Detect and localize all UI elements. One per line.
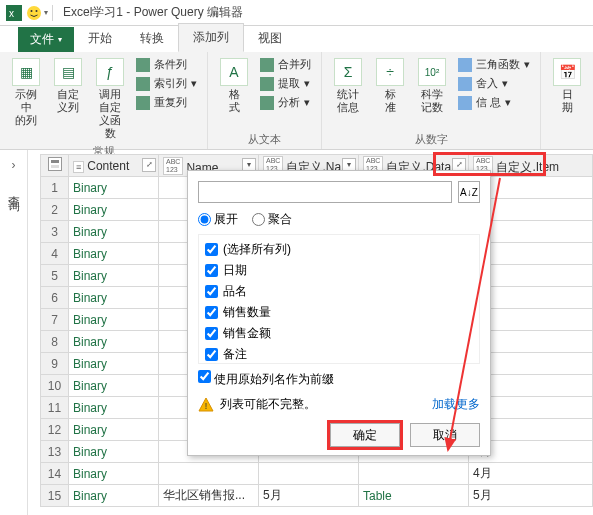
cell-content[interactable]: Binary <box>69 419 159 441</box>
extract-button[interactable]: 提取 ▾ <box>258 75 313 92</box>
row-number[interactable]: 11 <box>41 397 69 419</box>
row-number[interactable]: 13 <box>41 441 69 463</box>
information-button[interactable]: 信 息 ▾ <box>456 94 532 111</box>
cell-custom-name[interactable] <box>259 463 359 485</box>
row-number[interactable]: 7 <box>41 309 69 331</box>
cell-content[interactable]: Binary <box>69 463 159 485</box>
tab-addcolumn[interactable]: 添加列 <box>178 23 244 52</box>
row-number[interactable]: 2 <box>41 199 69 221</box>
svg-point-2 <box>27 6 41 20</box>
statistics-button[interactable]: Σ统计信息 <box>330 56 366 116</box>
cell-content[interactable]: Binary <box>69 353 159 375</box>
format-button[interactable]: A格式 <box>216 56 252 116</box>
scientific-button[interactable]: 10²科学记数 <box>414 56 450 116</box>
table-row[interactable]: 14Binary4月 <box>41 463 593 485</box>
row-number[interactable]: 5 <box>41 265 69 287</box>
trig-button[interactable]: 三角函数 ▾ <box>456 56 532 73</box>
expand-icon[interactable]: ⤢ <box>142 158 156 172</box>
check-use-prefix[interactable]: 使用原始列名作为前缀 <box>198 370 334 388</box>
cell-content[interactable]: Binary <box>69 485 159 507</box>
row-number[interactable]: 9 <box>41 353 69 375</box>
cell-custom-data[interactable]: Table <box>359 485 469 507</box>
standard-button[interactable]: ÷标准 <box>372 56 408 116</box>
cell-content[interactable]: Binary <box>69 265 159 287</box>
cell-custom-name[interactable]: 5月 <box>259 485 359 507</box>
check-column-option[interactable]: 品名 <box>205 281 473 302</box>
svg-point-3 <box>31 10 33 12</box>
cell-content[interactable]: Binary <box>69 199 159 221</box>
merge-columns-button[interactable]: 合并列 <box>258 56 313 73</box>
expand-sidebar-icon[interactable]: › <box>12 158 16 172</box>
svg-point-4 <box>36 10 38 12</box>
title-bar: x ▾ Excel学习1 - Power Query 编辑器 <box>0 0 593 26</box>
check-column-option[interactable]: 销售数量 <box>205 302 473 323</box>
ribbon-group-number: Σ统计信息 ÷标准 10²科学记数 三角函数 ▾ 舍入 ▾ 信 息 ▾ 从数字 <box>322 52 541 149</box>
column-from-examples-button[interactable]: ▦示例中的列 <box>8 56 44 129</box>
cell-custom-item[interactable]: 5月 <box>469 485 593 507</box>
custom-column-button[interactable]: ▤自定义列 <box>50 56 86 116</box>
column-checklist[interactable]: (选择所有列) 日期 品名 销售数量 销售金额 备注 <box>198 234 480 364</box>
check-column-option[interactable]: 日期 <box>205 260 473 281</box>
radio-aggregate[interactable]: 聚合 <box>252 211 292 228</box>
row-number[interactable]: 12 <box>41 419 69 441</box>
cell-name[interactable]: 华北区销售报... <box>159 485 259 507</box>
table-row[interactable]: 15Binary华北区销售报...5月Table5月 <box>41 485 593 507</box>
row-number[interactable]: 1 <box>41 177 69 199</box>
cell-content[interactable]: Binary <box>69 397 159 419</box>
cancel-button[interactable]: 取消 <box>410 423 480 447</box>
expand-column-popup: A↓Z 展开 聚合 (选择所有列) 日期 品名 销售数量 销售金额 备注 使用原… <box>187 170 491 456</box>
parse-button[interactable]: 分析 ▾ <box>258 94 313 111</box>
check-column-option[interactable]: 备注 <box>205 344 473 364</box>
cell-content[interactable]: Binary <box>69 441 159 463</box>
ribbon-group-general: ▦示例中的列 ▤自定义列 ƒ调用自定义函数 条件列 索引列 ▾ 重复列 常规 <box>0 52 208 149</box>
rounding-button[interactable]: 舍入 ▾ <box>456 75 532 92</box>
row-number[interactable]: 14 <box>41 463 69 485</box>
cell-content[interactable]: Binary <box>69 177 159 199</box>
cell-content[interactable]: Binary <box>69 287 159 309</box>
ribbon-group-text: A格式 合并列 提取 ▾ 分析 ▾ 从文本 <box>208 52 322 149</box>
search-input[interactable] <box>198 181 452 203</box>
cell-custom-item[interactable]: 4月 <box>469 463 593 485</box>
col-content[interactable]: ≡Content⤢ <box>69 155 159 177</box>
emoji-icon[interactable] <box>26 5 42 21</box>
cell-custom-data[interactable] <box>359 463 469 485</box>
excel-icon: x <box>6 5 22 21</box>
table-icon <box>48 157 62 171</box>
tab-transform[interactable]: 转换 <box>126 25 178 52</box>
binary-type-icon: ≡ <box>73 161 84 173</box>
row-number[interactable]: 10 <box>41 375 69 397</box>
tab-home[interactable]: 开始 <box>74 25 126 52</box>
load-more-link[interactable]: 加载更多 <box>432 396 480 413</box>
conditional-column-button[interactable]: 条件列 <box>134 56 199 73</box>
row-number[interactable]: 3 <box>41 221 69 243</box>
sort-az-button[interactable]: A↓Z <box>458 181 480 203</box>
tab-view[interactable]: 视图 <box>244 25 296 52</box>
duplicate-column-button[interactable]: 重复列 <box>134 94 199 111</box>
cell-content[interactable]: Binary <box>69 309 159 331</box>
ribbon-tabs: 文件 开始 转换 添加列 视图 <box>0 26 593 52</box>
cell-content[interactable]: Binary <box>69 331 159 353</box>
table-corner[interactable] <box>41 155 69 177</box>
check-select-all[interactable]: (选择所有列) <box>205 239 473 260</box>
cell-name[interactable] <box>159 463 259 485</box>
ribbon: ▦示例中的列 ▤自定义列 ƒ调用自定义函数 条件列 索引列 ▾ 重复列 常规 A… <box>0 52 593 150</box>
index-column-button[interactable]: 索引列 ▾ <box>134 75 199 92</box>
svg-text:!: ! <box>205 401 208 411</box>
cell-content[interactable]: Binary <box>69 375 159 397</box>
row-number[interactable]: 6 <box>41 287 69 309</box>
file-tab[interactable]: 文件 <box>18 27 74 52</box>
ok-button[interactable]: 确定 <box>330 423 400 447</box>
date-button[interactable]: 📅日期 <box>549 56 585 116</box>
invoke-function-button[interactable]: ƒ调用自定义函数 <box>92 56 128 142</box>
row-number[interactable]: 15 <box>41 485 69 507</box>
sidebar-label: 查询 <box>5 186 22 194</box>
check-column-option[interactable]: 销售金额 <box>205 323 473 344</box>
cell-content[interactable]: Binary <box>69 221 159 243</box>
query-sidebar: › 查询 <box>0 150 28 515</box>
warning-icon: ! <box>198 397 214 413</box>
row-number[interactable]: 8 <box>41 331 69 353</box>
radio-expand[interactable]: 展开 <box>198 211 238 228</box>
text-type-icon: ABC 123 <box>163 157 183 175</box>
cell-content[interactable]: Binary <box>69 243 159 265</box>
row-number[interactable]: 4 <box>41 243 69 265</box>
